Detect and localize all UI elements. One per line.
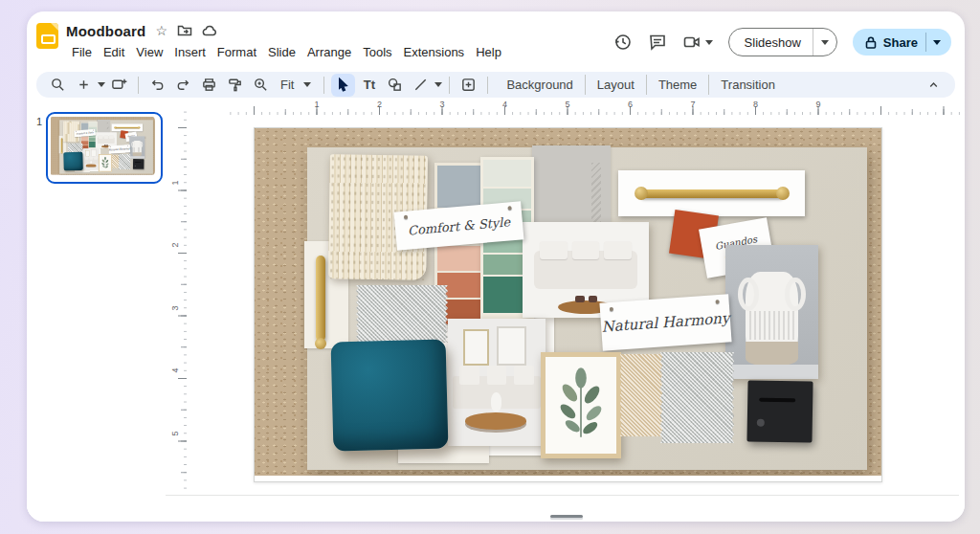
ruler-number: 7 bbox=[633, 100, 696, 109]
new-slide-dropdown-icon[interactable] bbox=[98, 82, 105, 91]
menu-item[interactable]: File bbox=[66, 43, 98, 62]
gray-fabric-swatch[interactable] bbox=[119, 154, 131, 169]
notes-drag-handle[interactable] bbox=[550, 515, 583, 518]
toolbar-divider bbox=[449, 77, 450, 94]
vertical-ruler: 12345 bbox=[172, 110, 187, 493]
beige-fabric-swatch[interactable] bbox=[112, 154, 120, 167]
paint-format-icon[interactable] bbox=[223, 74, 247, 97]
zigzag-ribbon bbox=[591, 163, 601, 226]
ruler-number: 5 bbox=[507, 100, 570, 109]
slides-logo-icon[interactable] bbox=[36, 23, 58, 49]
natural-harmony-card[interactable]: Natural Harmony bbox=[599, 294, 731, 350]
lock-icon bbox=[864, 35, 878, 50]
menu-item[interactable]: Edit bbox=[98, 43, 130, 62]
ruler-number: 4 bbox=[445, 100, 508, 109]
app-window: Moodboard ☆ FileEditViewInsertFormatSlid… bbox=[27, 11, 965, 522]
menu-item[interactable]: Extensions bbox=[398, 43, 471, 62]
brass-handle-vertical[interactable] bbox=[316, 256, 325, 342]
new-slide-button[interactable] bbox=[72, 74, 96, 97]
cabinet-hole bbox=[135, 166, 136, 167]
select-tool-icon[interactable] bbox=[331, 74, 355, 97]
share-button[interactable]: Share bbox=[853, 29, 951, 56]
ruler-number: 1 bbox=[172, 127, 177, 190]
botanical-frame[interactable] bbox=[99, 154, 112, 172]
paint-chip[interactable] bbox=[437, 246, 483, 271]
version-history-icon[interactable] bbox=[613, 33, 633, 52]
paint-chip[interactable] bbox=[89, 122, 97, 127]
handle-card[interactable] bbox=[618, 170, 805, 216]
living-room-photo[interactable] bbox=[83, 148, 100, 169]
brass-handle-vertical[interactable] bbox=[61, 138, 63, 152]
black-cabinet-sample[interactable] bbox=[746, 380, 813, 442]
slide[interactable]: Guandos looge Comfort & Style bbox=[254, 127, 882, 482]
collapse-toolbar-icon[interactable] bbox=[922, 74, 946, 97]
slideshow-dropdown[interactable] bbox=[813, 29, 836, 56]
teal-pillow[interactable] bbox=[331, 339, 449, 451]
undo-icon[interactable] bbox=[145, 74, 169, 97]
text-box-icon[interactable]: Tt bbox=[357, 74, 381, 97]
top-bar: Moodboard ☆ FileEditViewInsertFormatSlid… bbox=[27, 11, 965, 72]
menu-item[interactable]: Slide bbox=[262, 43, 301, 62]
slide-thumbnail-view: Guandos looge Comfort & Style bbox=[50, 116, 155, 176]
paint-chip[interactable] bbox=[437, 166, 483, 208]
cloud-saved-icon[interactable] bbox=[202, 23, 217, 38]
shape-tool-icon[interactable] bbox=[383, 74, 407, 97]
menu-item[interactable]: Tools bbox=[357, 43, 397, 62]
vase-photo[interactable] bbox=[725, 245, 818, 379]
zoom-select[interactable]: Fit bbox=[275, 78, 317, 92]
toolbar-text-button[interactable]: Theme bbox=[646, 75, 708, 95]
living-room-photo[interactable] bbox=[448, 319, 546, 446]
chevron-down-icon bbox=[303, 82, 311, 91]
line-tool-dropdown-icon[interactable] bbox=[434, 82, 442, 91]
black-cabinet-sample[interactable] bbox=[133, 159, 145, 169]
ruler-number: 2 bbox=[172, 190, 177, 254]
natural-harmony-card[interactable]: Natural Harmony bbox=[108, 145, 130, 154]
vase-photo[interactable] bbox=[129, 136, 145, 158]
add-box-icon[interactable] bbox=[457, 74, 480, 97]
ruler-number: 4 bbox=[172, 316, 177, 379]
star-icon[interactable]: ☆ bbox=[155, 24, 167, 37]
line-tool-icon[interactable] bbox=[409, 74, 433, 97]
menu-bar: FileEditViewInsertFormatSlideArrangeTool… bbox=[66, 43, 507, 62]
menu-item[interactable]: Arrange bbox=[301, 43, 357, 62]
desktop-background: Moodboard ☆ FileEditViewInsertFormatSlid… bbox=[0, 0, 980, 534]
teal-pillow[interactable] bbox=[63, 152, 83, 171]
video-camera-icon[interactable] bbox=[682, 33, 702, 52]
slideshow-button[interactable]: Slideshow bbox=[728, 28, 837, 56]
menu-item[interactable]: Help bbox=[470, 43, 507, 62]
add-slide-icon[interactable] bbox=[107, 74, 131, 97]
horizontal-ruler: 123456789 bbox=[230, 100, 962, 115]
search-icon[interactable] bbox=[46, 74, 70, 97]
toolbar-text-button[interactable]: Background bbox=[495, 75, 584, 95]
zoom-in-icon[interactable] bbox=[249, 74, 273, 97]
menu-item[interactable]: Format bbox=[212, 43, 262, 62]
brass-handle bbox=[640, 189, 784, 198]
paint-chip[interactable] bbox=[483, 160, 531, 187]
ruler-number: 1 bbox=[256, 100, 320, 109]
botanical-frame[interactable] bbox=[541, 352, 621, 458]
moodboard-image: Guandos looge Comfort & Style bbox=[51, 117, 155, 175]
botanical-art bbox=[553, 367, 609, 445]
slide-number: 1 bbox=[36, 116, 42, 127]
notes-divider bbox=[166, 495, 959, 496]
toolbar-divider bbox=[323, 77, 324, 94]
menu-item[interactable]: View bbox=[130, 43, 168, 62]
slide[interactable]: Guandos looge Comfort & Style bbox=[51, 117, 155, 176]
ruler-number: 6 bbox=[570, 100, 634, 109]
cabinet-hole bbox=[756, 418, 764, 426]
gray-fabric-swatch[interactable] bbox=[660, 352, 734, 443]
meet-call-control[interactable] bbox=[682, 33, 713, 52]
move-folder-icon[interactable] bbox=[177, 23, 192, 38]
toolbar-text-button[interactable]: Layout bbox=[585, 75, 646, 95]
document-title[interactable]: Moodboard bbox=[66, 23, 145, 39]
print-icon[interactable] bbox=[197, 74, 221, 97]
gray-fabric-swatch[interactable] bbox=[356, 285, 448, 343]
toolbar-text-button[interactable]: Transition bbox=[708, 75, 787, 95]
beige-fabric-swatch[interactable] bbox=[620, 354, 663, 436]
chevron-down-icon[interactable] bbox=[705, 40, 713, 49]
redo-icon[interactable] bbox=[171, 74, 195, 97]
share-dropdown[interactable] bbox=[925, 33, 947, 52]
comment-icon[interactable] bbox=[648, 33, 667, 52]
menu-item[interactable]: Insert bbox=[168, 43, 212, 62]
slide-thumbnail[interactable]: Guandos looge Comfort & Style bbox=[46, 112, 163, 184]
